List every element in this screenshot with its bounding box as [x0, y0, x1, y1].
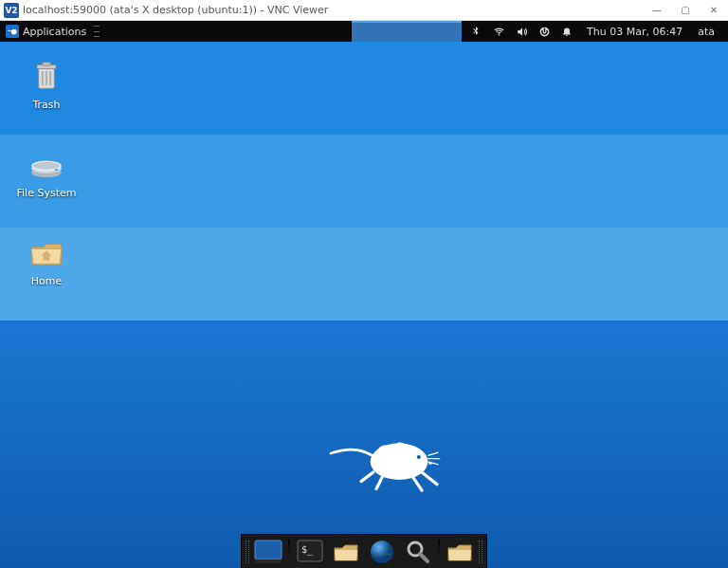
- web-browser-button[interactable]: [365, 537, 399, 567]
- active-window-indicator[interactable]: [352, 21, 462, 42]
- xfce-mouse-icon: [322, 419, 446, 495]
- dock-handle-icon[interactable]: [479, 541, 482, 563]
- home-folder-icon: [446, 540, 474, 564]
- trash-icon: [26, 55, 67, 97]
- notification-icon[interactable]: [560, 25, 573, 38]
- close-button[interactable]: ✕: [700, 0, 728, 21]
- applications-label: Applications: [23, 26, 86, 38]
- file-manager-button[interactable]: [329, 537, 363, 567]
- svg-point-16: [417, 455, 421, 459]
- volume-icon[interactable]: [515, 25, 528, 38]
- xfce-logo-icon: [6, 25, 19, 38]
- app-finder-icon: [405, 539, 431, 565]
- file-manager-icon: [332, 540, 360, 564]
- window-titlebar[interactable]: V2 localhost:59000 (ata's X desktop (ubu…: [0, 0, 728, 21]
- home-folder-button[interactable]: [443, 537, 477, 567]
- svg-point-2: [498, 33, 500, 35]
- svg-text:$_: $_: [301, 544, 314, 556]
- dock-handle-icon[interactable]: [246, 541, 249, 563]
- remote-desktop: Applications: [0, 21, 728, 568]
- app-finder-button[interactable]: [401, 537, 435, 567]
- bluetooth-icon[interactable]: [469, 25, 482, 38]
- desktop-wallpaper[interactable]: Trash File System: [0, 42, 728, 568]
- applications-menu-button[interactable]: Applications: [0, 21, 92, 42]
- filesystem-desktop-icon[interactable]: File System: [11, 143, 82, 199]
- system-tray: Thu 03 Mar, 06:47 ata: [462, 21, 728, 42]
- home-desktop-icon[interactable]: Home: [11, 231, 82, 287]
- show-desktop-button[interactable]: [251, 537, 285, 567]
- vnc-window: V2 localhost:59000 (ata's X desktop (ubu…: [0, 0, 728, 568]
- bottom-dock: $_: [241, 534, 487, 568]
- vnc-viewer-icon: V2: [4, 3, 19, 18]
- trash-desktop-icon[interactable]: Trash: [11, 55, 82, 111]
- svg-point-1: [11, 29, 17, 35]
- clock-label[interactable]: Thu 03 Mar, 06:47: [583, 26, 686, 38]
- user-label[interactable]: ata: [696, 26, 720, 38]
- svg-point-13: [33, 162, 60, 170]
- svg-rect-6: [43, 63, 50, 65]
- svg-rect-14: [55, 169, 59, 171]
- home-icon: [26, 231, 67, 273]
- minimize-button[interactable]: —: [643, 0, 671, 21]
- wifi-icon[interactable]: [492, 25, 505, 38]
- filesystem-label: File System: [17, 187, 77, 199]
- home-label: Home: [31, 275, 62, 287]
- svg-rect-18: [255, 559, 282, 563]
- trash-label: Trash: [32, 99, 60, 111]
- panel-handle-icon[interactable]: [94, 26, 100, 37]
- web-browser-icon: [369, 539, 395, 565]
- filesystem-icon: [26, 143, 67, 185]
- svg-point-21: [371, 541, 393, 563]
- power-icon[interactable]: [537, 25, 551, 38]
- svg-rect-17: [255, 541, 282, 559]
- show-desktop-icon: [254, 540, 282, 564]
- terminal-icon: $_: [297, 540, 323, 564]
- window-title: localhost:59000 (ata's X desktop (ubuntu…: [23, 4, 643, 16]
- terminal-button[interactable]: $_: [293, 537, 327, 567]
- maximize-button[interactable]: ▢: [671, 0, 700, 21]
- top-panel: Applications: [0, 21, 728, 42]
- svg-line-23: [420, 554, 428, 561]
